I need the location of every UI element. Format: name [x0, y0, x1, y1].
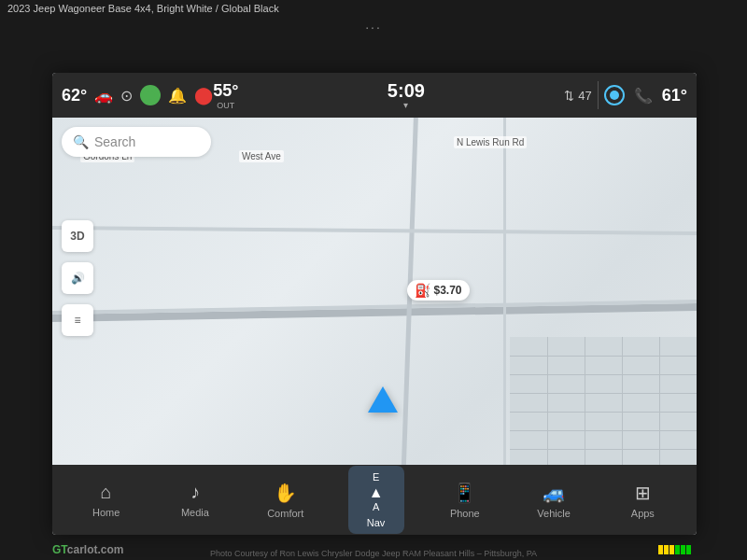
navigation-arrow: [368, 386, 398, 413]
speed-icon: ⇅: [564, 89, 574, 103]
gauge-icon: ⊙: [120, 87, 133, 105]
status-divider: [598, 81, 599, 109]
map-area[interactable]: Gordons Ln West Ave N Lewis Run Rd ⛽ $3.…: [52, 118, 697, 486]
speed-section: ⇅ 47: [564, 89, 591, 103]
footer: Photo Courtesy of Ron Lewis Chrysler Dod…: [0, 549, 747, 558]
nav-label-nav: Nav: [367, 517, 386, 528]
footer-text: Photo Courtesy of Ron Lewis Chrysler Dod…: [210, 549, 537, 558]
status-right: 📞 61°: [604, 85, 687, 105]
nav-label-vehicle: Vehicle: [537, 508, 570, 519]
search-label: Search: [94, 134, 135, 149]
nav-label-comfort: Comfort: [267, 508, 303, 519]
nav-label-phone: Phone: [450, 508, 480, 519]
temp-out-section: 55° OUT: [213, 81, 238, 110]
nav-item-nav[interactable]: E ▲ A Nav: [348, 466, 404, 535]
media-icon: ♪: [190, 482, 200, 503]
time-arrow: ▾: [403, 100, 408, 110]
status-left: 62° 🚗 ⊙ 🔔 ⬤: [62, 85, 213, 105]
nav-item-home[interactable]: ⌂ Home: [78, 476, 134, 524]
road-vertical-2: [503, 118, 506, 486]
temp-right: 61°: [662, 86, 687, 105]
dots-decoration: ...: [365, 17, 382, 32]
nav-item-comfort[interactable]: ✋ Comfort: [256, 476, 315, 525]
gas-price: $3.70: [434, 284, 462, 297]
bell-icon[interactable]: 🔔: [168, 87, 187, 105]
status-center[interactable]: 5:09 ▾: [388, 81, 425, 110]
apps-icon: ⊞: [635, 482, 651, 504]
green-status-icon: [140, 85, 161, 105]
nav-item-apps[interactable]: ⊞ Apps: [614, 476, 670, 525]
status-bar: 62° 🚗 ⊙ 🔔 ⬤ 55° OUT 5:09 ▾ ⇅ 47 📞: [52, 73, 697, 118]
map-control-3d[interactable]: 3D: [62, 220, 93, 252]
comfort-icon: ✋: [274, 482, 297, 504]
nav-arrow-icon: ▲: [369, 483, 384, 501]
street-label-lewis: N Lewis Run Rd: [454, 136, 527, 148]
phone-icon: 📱: [453, 482, 476, 504]
car-icon: 🚗: [94, 87, 113, 105]
temp-out: 55°: [213, 81, 238, 101]
vehicle-icon: 🚙: [543, 482, 566, 504]
nav-label-home: Home: [92, 507, 120, 518]
home-icon: ⌂: [101, 482, 112, 503]
menu-icon: ≡: [74, 314, 80, 327]
nav-ea-indicator: E ▲ A: [369, 471, 384, 514]
gas-icon: ⛽: [415, 283, 430, 298]
phone-status-icon: 📞: [634, 87, 653, 105]
svg-point-0: [146, 91, 155, 100]
page-title: 2023 Jeep Wagoneer Base 4x4, Bright Whit…: [7, 3, 279, 14]
parking-lot: [510, 337, 697, 486]
nav-label-media: Media: [181, 507, 209, 518]
search-icon: 🔍: [73, 134, 89, 149]
infotainment-screen: 62° 🚗 ⊙ 🔔 ⬤ 55° OUT 5:09 ▾ ⇅ 47 📞: [52, 73, 697, 535]
gas-station-marker[interactable]: ⛽ $3.70: [407, 280, 470, 301]
sound-icon: 🔊: [71, 272, 85, 285]
temp-main: 62°: [62, 86, 87, 105]
speed-value: 47: [578, 89, 591, 103]
street-label-west: West Ave: [239, 150, 284, 162]
signal-icon: [604, 85, 625, 105]
nav-label-apps: Apps: [631, 508, 655, 519]
red-app-icon[interactable]: ⬤: [194, 85, 213, 105]
nav-bar: ⌂ Home ♪ Media ✋ Comfort E ▲ A Nav 📱 Pho…: [52, 465, 697, 535]
time-display: 5:09: [388, 81, 425, 100]
nav-item-media[interactable]: ♪ Media: [167, 476, 223, 524]
meta-bar: 2023 Jeep Wagoneer Base 4x4, Bright Whit…: [0, 0, 747, 17]
nav-item-vehicle[interactable]: 🚙 Vehicle: [526, 476, 582, 525]
search-bar[interactable]: 🔍 Search: [62, 127, 211, 157]
map-control-menu[interactable]: ≡: [62, 304, 93, 336]
nav-item-phone[interactable]: 📱 Phone: [437, 476, 493, 525]
map-control-sound[interactable]: 🔊: [62, 262, 93, 294]
out-label: OUT: [217, 101, 234, 110]
